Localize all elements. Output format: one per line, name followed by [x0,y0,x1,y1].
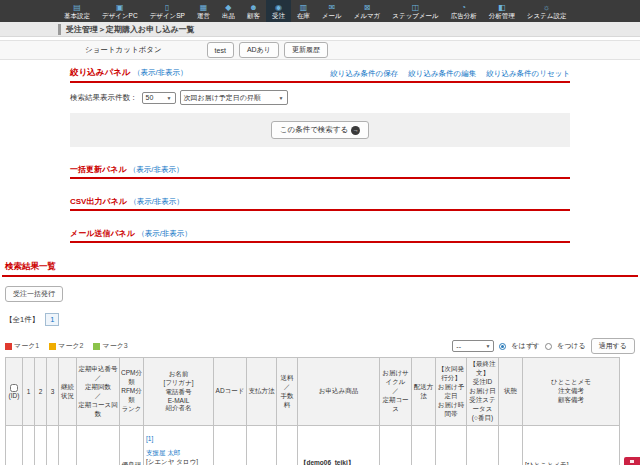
total-count: 【全1件】 [5,315,39,325]
mark1-icon [5,343,12,350]
nav-label: 分析管理 [489,12,515,20]
shortcut-button-ad[interactable]: ADあり [239,42,279,58]
cell-ad-code [214,426,247,465]
nav-label: ステップメール [392,12,438,20]
cell-subscription-no: 743 ／ 1回目 [77,426,120,465]
nav-item-analytics[interactable]: ◧ 分析管理 [483,0,521,22]
header-next-delivery: 【次回発行分】 お届け予定日 お届け時間帯 [436,358,467,426]
header-last-order: 【最終注文】 受注ID お届け日 受注ステータス (○番目) [467,358,499,426]
breadcrumb: 受注管理＞定期購入お申し込み一覧 [58,24,195,35]
header-mark2: 2 [35,358,47,426]
nav-item-basic-settings[interactable]: ▤ 基本設定 [58,0,96,22]
table-header-row: (ID) 1 2 3 継続状況 定期申込番号 ／ 定期回数 ／ 定期コース回数 … [6,358,620,426]
header-id: (ID) [6,358,23,426]
sort-order-select[interactable]: 次回お届け予定日の昇順 ▼ [180,90,288,105]
header-cycle: お届けサイクル ／ 定期コース [380,358,412,426]
top-nav: ▤ 基本設定 ▣ デザインPC ▯ デザインSP ▦ 運営 ◆ 出品 ☻ 顧客 … [0,0,640,22]
nav-item-listing[interactable]: ◆ 出品 [216,0,241,22]
listing-icon: ◆ [225,3,231,12]
shortcut-button-history[interactable]: 更新履歴 [284,42,328,58]
customers-icon: ☻ [249,3,257,12]
nav-item-newsletter[interactable]: ⊠ メルマガ [348,0,387,22]
filter-panel-title: 絞り込みパネル （表示/非表示） [70,67,187,79]
cell-memo: [ひとことメモ] - [注文備考] - [顧客備考] - [523,426,620,465]
arrow-right-icon: → [351,126,360,135]
nav-item-design-pc[interactable]: ▣ デザインPC [96,0,144,22]
scroll-corner-badge[interactable] [624,457,640,465]
nav-item-operation[interactable]: ▦ 運営 [191,0,216,22]
chevron-down-icon: ▼ [485,343,490,349]
mark2-label: マーク2 [58,341,83,351]
header-continuation: 継続状況 [59,358,77,426]
mark2-icon [49,343,56,350]
stock-icon: ▥ [300,3,308,12]
result-count-select[interactable]: 50 ▼ [142,92,176,104]
radio-remove-mark[interactable] [499,343,506,350]
customer-name-link[interactable]: 支援屋 太郎 [146,449,180,456]
customer-no-link[interactable]: [1] [146,435,153,442]
header-mark1: 1 [23,358,35,426]
mark3-legend: マーク3 [93,341,127,351]
nav-item-mail[interactable]: ✉ メール [316,0,348,22]
search-box: この条件で検索する → [70,113,570,147]
mark-select[interactable]: -- ▼ [452,340,494,352]
cell-name: [1] 支援屋 太郎 [シエンヤ タロウ] 03-0000-0000 demo-… [144,426,214,465]
nav-label: 受注 [272,12,285,20]
cpm-class: 優良現役客 [121,461,142,465]
nav-item-design-sp[interactable]: ▯ デザインSP [144,0,191,22]
cell-continuation: ご注文継続 [59,426,77,465]
step-mail-icon: ◫ [412,3,420,12]
mark3-icon [93,343,100,350]
bulk-mark-controls-top: -- ▼ をはずす をつける 適用する [452,338,635,354]
mail-send-panel-toggle[interactable]: （表示/非表示） [137,229,192,238]
filter-edit-link[interactable]: 絞り込み条件の編集 [408,69,476,79]
product-code: 【demo06_teiki】 [300,459,377,465]
header-memo: ひとことメモ 注文備考 顧客備考 [523,358,620,426]
nav-label: メール [322,12,342,20]
radio-add-mark[interactable] [545,343,552,350]
nav-label: 出品 [222,12,235,20]
settings-icon: ▤ [73,3,81,12]
newsletter-icon: ⊠ [364,3,371,12]
nav-item-orders[interactable]: ◉ 受注 [266,0,291,22]
csv-export-panel-toggle[interactable]: （表示/非表示） [129,197,184,206]
search-results-section: 検索結果一覧 受注一括発行 【全1件】 1 マーク1 マーク2 マーク3 -- [2,261,638,465]
shortcut-row: ショートカットボタン test ADあり 更新履歴 [0,40,640,60]
filter-panel-toggle[interactable]: （表示/非表示） [133,68,188,77]
radio-add-label: をつける [557,341,586,351]
subscription-table: (ID) 1 2 3 継続状況 定期申込番号 ／ 定期回数 ／ 定期コース回数 … [5,357,620,465]
mail-send-panel: メール送信パネル （表示/非表示） [70,228,570,243]
radio-remove-label: をはずす [511,341,540,351]
filter-save-link[interactable]: 絞り込み条件の保存 [330,69,398,79]
cell-product: 【demo06_teiki】 【登録例】キット有り クリーム 6,600円 × … [298,426,380,465]
mail-send-panel-title: メール送信パネル [70,229,135,238]
nav-item-system-settings[interactable]: ☼ システム設定 [521,0,573,22]
apply-button[interactable]: 適用する [591,338,635,354]
header-mark3: 3 [47,358,59,426]
mark3-label: マーク3 [102,341,127,351]
nav-label: 運営 [197,12,210,20]
table-row: 743 ご注文継続 743 ／ 1回目 優良現役客 ダイヤモンド [1] 支援屋… [6,426,620,465]
design-sp-icon: ▯ [165,3,169,12]
filter-panel: 絞り込みパネル （表示/非表示） 絞り込み条件の保存 絞り込み条件の編集 絞り込… [70,67,570,147]
nav-item-customers[interactable]: ☻ 顧客 [241,0,266,22]
filter-reset-link[interactable]: 絞り込み条件のリセット [486,69,570,79]
shortcut-button-test[interactable]: test [207,42,234,58]
header-subscription-no: 定期申込番号 ／ 定期回数 ／ 定期コース回数 [77,358,120,426]
mark-select-value: -- [456,343,461,350]
pagination-page-1[interactable]: 1 [45,313,59,326]
batch-issue-button[interactable]: 受注一括発行 [5,286,63,302]
select-all-checkbox[interactable] [10,384,18,392]
search-button[interactable]: この条件で検索する → [271,121,369,139]
nav-item-stock[interactable]: ▥ 在庫 [291,0,316,22]
cell-shipping: 宅配便(ヤマト) [412,426,436,465]
header-product: お申込み商品 [298,358,380,426]
nav-item-ad-analysis[interactable]: ◔ 広告分析 [445,0,483,22]
mark1-legend: マーク1 [5,341,39,351]
nav-item-step-mail[interactable]: ◫ ステップメール [386,0,444,22]
corner-badge-icon [630,460,634,463]
nav-label: デザインSP [150,12,185,20]
nav-label: 基本設定 [64,12,90,20]
bulk-update-panel-toggle[interactable]: （表示/非表示） [129,165,184,174]
analytics-icon: ◧ [498,3,506,12]
